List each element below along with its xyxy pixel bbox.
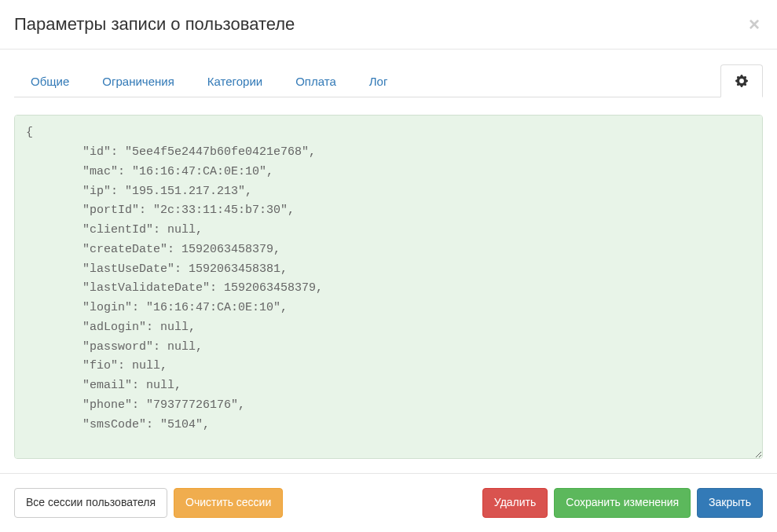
tab-restrictions[interactable]: Ограничения bbox=[86, 64, 190, 97]
all-sessions-button[interactable]: Все сессии пользователя bbox=[14, 488, 167, 518]
tab-log[interactable]: Лог bbox=[353, 64, 405, 97]
gear-icon bbox=[735, 75, 748, 87]
close-button[interactable]: Закрыть bbox=[697, 488, 763, 518]
tabs-spacer bbox=[404, 64, 720, 97]
json-textarea[interactable] bbox=[14, 115, 763, 459]
tab-categories[interactable]: Категории bbox=[191, 64, 279, 97]
tab-settings[interactable] bbox=[720, 64, 763, 97]
tab-payment[interactable]: Оплата bbox=[279, 64, 353, 97]
modal-footer: Все сессии пользователя Очистить сессии … bbox=[0, 473, 777, 532]
tab-general[interactable]: Общие bbox=[14, 64, 86, 97]
json-container bbox=[14, 115, 763, 459]
modal-header: Параметры записи о пользователе × bbox=[0, 0, 777, 50]
user-settings-modal: Параметры записи о пользователе × Общие … bbox=[0, 0, 777, 532]
tabs-nav: Общие Ограничения Категории Оплата Лог bbox=[14, 64, 763, 97]
close-icon[interactable]: × bbox=[746, 15, 763, 34]
save-button[interactable]: Сохранить изменения bbox=[554, 488, 691, 518]
delete-button[interactable]: Удалить bbox=[482, 488, 548, 518]
modal-title: Параметры записи о пользователе bbox=[14, 14, 295, 35]
modal-body: Общие Ограничения Категории Оплата Лог bbox=[0, 50, 777, 473]
clear-sessions-button[interactable]: Очистить сессии bbox=[174, 488, 283, 518]
